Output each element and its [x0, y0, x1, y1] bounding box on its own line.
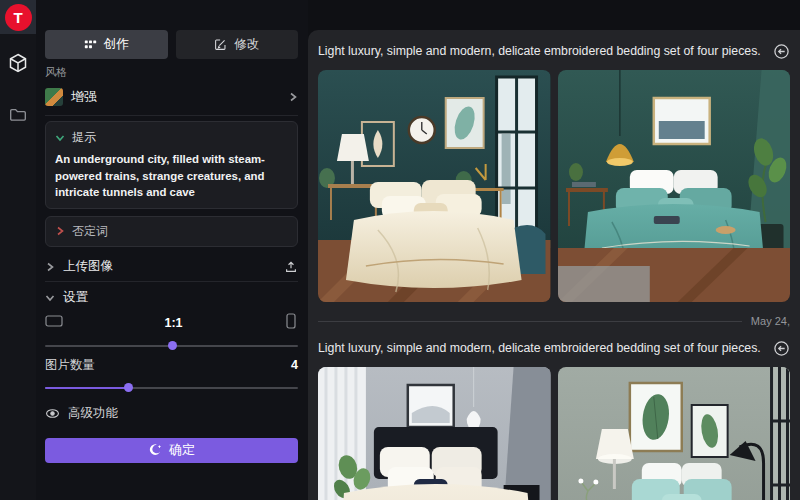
slider-fill: [45, 387, 128, 389]
generated-image-1[interactable]: [318, 70, 551, 302]
style-thumbnail: [45, 88, 63, 106]
icon-rail: T: [0, 0, 36, 500]
slider-thumb[interactable]: [124, 383, 133, 392]
style-section-label: 风格: [45, 65, 298, 80]
landscape-ratio-icon: [45, 314, 63, 332]
chevron-right-icon: [45, 262, 55, 272]
style-value: 增强: [71, 88, 280, 106]
aspect-ratio-slider[interactable]: [45, 341, 298, 350]
chevron-down-icon: [45, 293, 55, 303]
folder-icon[interactable]: [0, 98, 36, 132]
confirm-button[interactable]: 确定: [45, 438, 298, 463]
prompt-input[interactable]: An underground city, filled with steam-p…: [55, 151, 288, 201]
model-cube-icon[interactable]: [0, 46, 36, 80]
chevron-right-icon: [55, 226, 65, 236]
feed-prompt-text: Light luxury, simple and modern, delicat…: [318, 341, 761, 355]
aspect-ratio-value: 1:1: [164, 316, 182, 330]
negative-words-label: 否定词: [72, 223, 108, 240]
logo-container: T: [0, 0, 36, 34]
date-divider: May 24,: [318, 315, 790, 327]
negative-words-card[interactable]: 否定词: [45, 216, 298, 247]
date-label: May 24,: [751, 315, 790, 327]
mode-tabs: 创作 修改: [45, 30, 298, 59]
edit-pencil-icon: [214, 38, 227, 51]
generation-feed: Light luxury, simple and modern, delicat…: [308, 30, 800, 500]
logo-avatar[interactable]: T: [5, 4, 32, 31]
tab-create[interactable]: 创作: [45, 30, 168, 59]
create-grid-icon: [84, 38, 97, 51]
confirm-button-label: 确定: [169, 441, 195, 459]
generated-image-4[interactable]: [558, 367, 791, 500]
feed-group-2-header: Light luxury, simple and modern, delicat…: [318, 338, 790, 358]
prompt-label: 提示: [72, 129, 96, 146]
reuse-prompt-icon[interactable]: [773, 340, 790, 357]
tab-create-label: 创作: [104, 36, 129, 53]
generated-image-3[interactable]: [318, 367, 551, 500]
slider-thumb[interactable]: [168, 341, 177, 350]
feed-group-1-header: Light luxury, simple and modern, delicat…: [318, 41, 790, 61]
divider: [45, 115, 298, 116]
image-count-row: 图片数量 4: [45, 357, 298, 374]
settings-label: 设置: [63, 289, 88, 306]
chevron-right-icon: [288, 92, 298, 102]
aspect-ratio-row: 1:1: [45, 314, 298, 332]
advanced-features-label: 高级功能: [68, 405, 118, 422]
generated-image-2[interactable]: [558, 70, 791, 302]
divider: [45, 281, 298, 282]
divider-line: [318, 321, 742, 322]
moon-icon: [148, 443, 162, 457]
settings-section-header[interactable]: 设置: [45, 289, 298, 307]
style-selector[interactable]: 增强: [45, 84, 298, 109]
generation-panel: 创作 修改 风格 增强 提示: [36, 0, 308, 500]
feed-prompt-text: Light luxury, simple and modern, delicat…: [318, 44, 761, 58]
prompt-card-header[interactable]: 提示: [55, 129, 288, 146]
image-count-label: 图片数量: [45, 357, 95, 374]
tab-edit[interactable]: 修改: [176, 30, 299, 59]
chevron-down-icon: [55, 133, 65, 143]
main-area: Light luxury, simple and modern, delicat…: [308, 0, 800, 500]
image-grid-1: [318, 70, 790, 302]
reuse-prompt-icon[interactable]: [773, 43, 790, 60]
eye-icon: [45, 406, 60, 421]
portrait-ratio-icon: [284, 313, 298, 333]
image-count-slider[interactable]: [45, 383, 298, 392]
upload-image-row[interactable]: 上传图像: [45, 256, 298, 278]
tab-edit-label: 修改: [234, 36, 259, 53]
prompt-card: 提示 An underground city, filled with stea…: [45, 121, 298, 209]
image-count-value: 4: [291, 358, 298, 372]
upload-icon[interactable]: [284, 260, 298, 274]
image-grid-2: [318, 367, 790, 500]
app-window: T 创作: [0, 0, 800, 500]
upload-image-label: 上传图像: [63, 258, 276, 275]
advanced-features-row[interactable]: 高级功能: [45, 405, 298, 423]
